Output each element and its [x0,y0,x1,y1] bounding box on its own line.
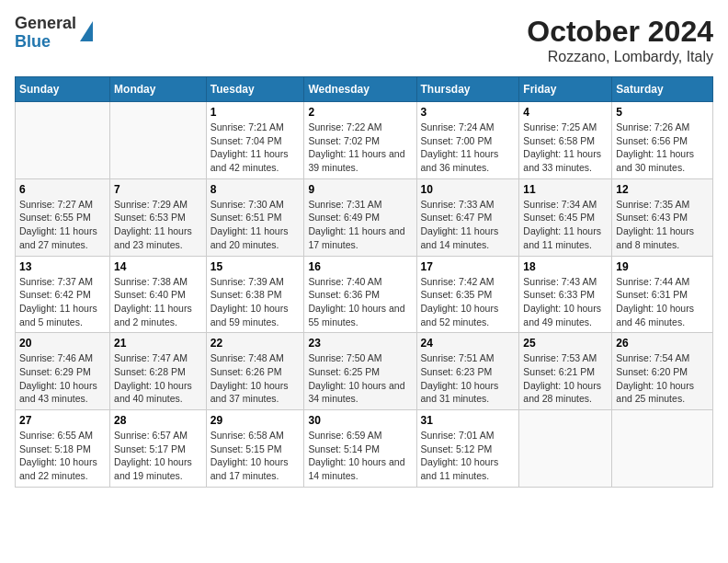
logo-text: General Blue [15,15,76,52]
day-info: Sunrise: 7:46 AM Sunset: 6:29 PM Dayligh… [19,351,106,406]
day-info: Sunrise: 6:55 AM Sunset: 5:18 PM Dayligh… [19,429,106,483]
header-row: Sunday Monday Tuesday Wednesday Thursday… [16,77,713,102]
calendar-cell: 20Sunrise: 7:46 AM Sunset: 6:29 PM Dayli… [16,333,110,410]
day-info: Sunrise: 6:57 AM Sunset: 5:17 PM Dayligh… [114,429,202,483]
day-number: 10 [421,183,516,196]
day-info: Sunrise: 7:51 AM Sunset: 6:23 PM Dayligh… [421,351,516,406]
header-sunday: Sunday [16,77,110,102]
calendar-cell: 3Sunrise: 7:24 AM Sunset: 7:00 PM Daylig… [416,102,519,179]
day-number: 15 [210,260,301,273]
day-info: Sunrise: 7:42 AM Sunset: 6:35 PM Dayligh… [421,275,516,329]
calendar-cell: 18Sunrise: 7:43 AM Sunset: 6:33 PM Dayli… [519,256,612,333]
calendar-cell: 6Sunrise: 7:27 AM Sunset: 6:55 PM Daylig… [16,178,110,256]
calendar-cell: 15Sunrise: 7:39 AM Sunset: 6:38 PM Dayli… [206,256,304,333]
day-number: 20 [19,337,106,350]
calendar-cell: 21Sunrise: 7:47 AM Sunset: 6:28 PM Dayli… [110,333,207,410]
day-number: 30 [308,414,412,427]
day-info: Sunrise: 7:43 AM Sunset: 6:33 PM Dayligh… [523,275,608,329]
calendar-week-4: 20Sunrise: 7:46 AM Sunset: 6:29 PM Dayli… [16,333,713,410]
calendar-cell [110,102,207,179]
day-number: 12 [616,183,709,196]
day-number: 27 [19,414,106,427]
header-friday: Friday [519,77,612,102]
day-info: Sunrise: 7:40 AM Sunset: 6:36 PM Dayligh… [308,275,412,329]
day-info: Sunrise: 7:47 AM Sunset: 6:28 PM Dayligh… [114,351,202,406]
header-saturday: Saturday [612,77,713,102]
day-number: 11 [523,183,608,196]
calendar-body: 1Sunrise: 7:21 AM Sunset: 7:04 PM Daylig… [16,102,713,488]
day-info: Sunrise: 7:22 AM Sunset: 7:02 PM Dayligh… [308,121,412,175]
calendar-cell: 13Sunrise: 7:37 AM Sunset: 6:42 PM Dayli… [16,256,110,333]
calendar-week-5: 27Sunrise: 6:55 AM Sunset: 5:18 PM Dayli… [16,410,713,488]
day-number: 19 [616,260,709,273]
calendar-week-1: 1Sunrise: 7:21 AM Sunset: 7:04 PM Daylig… [16,102,713,179]
header-thursday: Thursday [416,77,519,102]
calendar-table: Sunday Monday Tuesday Wednesday Thursday… [15,76,713,488]
calendar-cell: 8Sunrise: 7:30 AM Sunset: 6:51 PM Daylig… [206,178,304,256]
calendar-cell [612,410,713,488]
day-info: Sunrise: 7:34 AM Sunset: 6:45 PM Dayligh… [523,198,608,252]
calendar-title: October 2024 [527,15,713,49]
day-info: Sunrise: 7:39 AM Sunset: 6:38 PM Dayligh… [210,275,301,329]
day-number: 3 [421,106,516,119]
logo-general: General [15,15,76,33]
calendar-cell: 5Sunrise: 7:26 AM Sunset: 6:56 PM Daylig… [612,102,713,179]
calendar-cell: 7Sunrise: 7:29 AM Sunset: 6:53 PM Daylig… [110,178,207,256]
day-info: Sunrise: 7:24 AM Sunset: 7:00 PM Dayligh… [421,121,516,175]
day-number: 18 [523,260,608,273]
day-number: 2 [308,106,412,119]
day-info: Sunrise: 7:50 AM Sunset: 6:25 PM Dayligh… [308,351,412,406]
calendar-cell: 25Sunrise: 7:53 AM Sunset: 6:21 PM Dayli… [519,333,612,410]
day-info: Sunrise: 7:01 AM Sunset: 5:12 PM Dayligh… [421,429,516,483]
day-info: Sunrise: 6:58 AM Sunset: 5:15 PM Dayligh… [210,429,301,483]
day-info: Sunrise: 7:31 AM Sunset: 6:49 PM Dayligh… [308,198,412,252]
calendar-cell [16,102,110,179]
day-info: Sunrise: 7:35 AM Sunset: 6:43 PM Dayligh… [616,198,709,252]
calendar-cell [519,410,612,488]
calendar-cell: 12Sunrise: 7:35 AM Sunset: 6:43 PM Dayli… [612,178,713,256]
logo-blue: Blue [15,33,76,52]
title-block: October 2024 Rozzano, Lombardy, Italy [527,15,713,65]
logo-triangle-icon [80,21,93,41]
day-info: Sunrise: 7:48 AM Sunset: 6:26 PM Dayligh… [210,351,301,406]
day-number: 17 [421,260,516,273]
day-number: 9 [308,183,412,196]
logo: General Blue [15,15,93,52]
day-info: Sunrise: 7:54 AM Sunset: 6:20 PM Dayligh… [616,351,709,406]
day-number: 26 [616,337,709,350]
day-info: Sunrise: 7:29 AM Sunset: 6:53 PM Dayligh… [114,198,202,252]
day-info: Sunrise: 7:33 AM Sunset: 6:47 PM Dayligh… [421,198,516,252]
calendar-cell: 28Sunrise: 6:57 AM Sunset: 5:17 PM Dayli… [110,410,207,488]
day-number: 24 [421,337,516,350]
day-info: Sunrise: 7:25 AM Sunset: 6:58 PM Dayligh… [523,121,608,175]
calendar-cell: 30Sunrise: 6:59 AM Sunset: 5:14 PM Dayli… [304,410,416,488]
calendar-cell: 14Sunrise: 7:38 AM Sunset: 6:40 PM Dayli… [110,256,207,333]
calendar-cell: 2Sunrise: 7:22 AM Sunset: 7:02 PM Daylig… [304,102,416,179]
day-number: 22 [210,337,301,350]
calendar-cell: 31Sunrise: 7:01 AM Sunset: 5:12 PM Dayli… [416,410,519,488]
day-number: 21 [114,337,202,350]
day-number: 4 [523,106,608,119]
calendar-header: Sunday Monday Tuesday Wednesday Thursday… [16,77,713,102]
day-number: 8 [210,183,301,196]
day-info: Sunrise: 7:27 AM Sunset: 6:55 PM Dayligh… [19,198,106,252]
calendar-cell: 11Sunrise: 7:34 AM Sunset: 6:45 PM Dayli… [519,178,612,256]
calendar-cell: 19Sunrise: 7:44 AM Sunset: 6:31 PM Dayli… [612,256,713,333]
calendar-cell: 23Sunrise: 7:50 AM Sunset: 6:25 PM Dayli… [304,333,416,410]
day-info: Sunrise: 6:59 AM Sunset: 5:14 PM Dayligh… [308,429,412,483]
calendar-cell: 4Sunrise: 7:25 AM Sunset: 6:58 PM Daylig… [519,102,612,179]
day-number: 13 [19,260,106,273]
day-number: 16 [308,260,412,273]
calendar-cell: 10Sunrise: 7:33 AM Sunset: 6:47 PM Dayli… [416,178,519,256]
calendar-subtitle: Rozzano, Lombardy, Italy [527,49,713,65]
calendar-week-2: 6Sunrise: 7:27 AM Sunset: 6:55 PM Daylig… [16,178,713,256]
day-info: Sunrise: 7:44 AM Sunset: 6:31 PM Dayligh… [616,275,709,329]
header-wednesday: Wednesday [304,77,416,102]
day-info: Sunrise: 7:30 AM Sunset: 6:51 PM Dayligh… [210,198,301,252]
day-number: 23 [308,337,412,350]
calendar-cell: 27Sunrise: 6:55 AM Sunset: 5:18 PM Dayli… [16,410,110,488]
day-info: Sunrise: 7:53 AM Sunset: 6:21 PM Dayligh… [523,351,608,406]
day-number: 29 [210,414,301,427]
calendar-cell: 29Sunrise: 6:58 AM Sunset: 5:15 PM Dayli… [206,410,304,488]
calendar-cell: 24Sunrise: 7:51 AM Sunset: 6:23 PM Dayli… [416,333,519,410]
